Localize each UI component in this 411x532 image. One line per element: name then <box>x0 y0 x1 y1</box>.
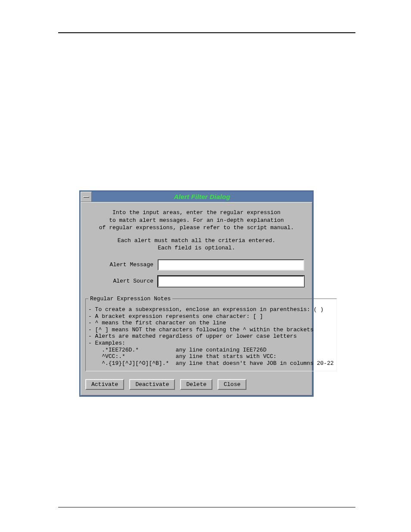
dialog-title: Alert Filter Dialog <box>92 192 312 202</box>
intro-line-2: to match alert messages. For an in-depth… <box>90 217 302 224</box>
button-row: Activate Deactivate Delete Close <box>84 371 308 391</box>
dialog-body: Into the input areas, enter the regular … <box>81 202 312 395</box>
system-menu-icon <box>83 196 89 198</box>
intro-note-2: Each field is optional. <box>90 245 302 252</box>
alert-filter-dialog: Alert Filter Dialog Into the input areas… <box>79 190 314 397</box>
deactivate-button[interactable]: Deactivate <box>129 379 175 390</box>
page-divider-bottom <box>58 507 355 507</box>
activate-button[interactable]: Activate <box>85 379 124 390</box>
page-divider-top <box>58 32 355 33</box>
regex-notes-legend: Regular Expression Notes <box>88 296 172 302</box>
title-bar: Alert Filter Dialog <box>81 192 312 202</box>
regex-notes-group: Regular Expression Notes - To create a s… <box>85 296 337 371</box>
intro-text: Into the input areas, enter the regular … <box>84 207 308 257</box>
intro-line-1: Into the input areas, enter the regular … <box>90 209 302 216</box>
regex-notes-body: - To create a subexpression, enclose an … <box>88 306 334 367</box>
alert-source-label: Alert Source <box>113 278 153 284</box>
intro-note-1: Each alert must match all the criteria e… <box>90 237 302 244</box>
alert-message-label: Alert Message <box>110 261 153 268</box>
alert-source-input[interactable] <box>158 276 304 287</box>
alert-source-row: Alert Source <box>84 273 308 289</box>
alert-message-row: Alert Message <box>84 257 308 273</box>
delete-button[interactable]: Delete <box>180 379 212 390</box>
system-menu-button[interactable] <box>81 192 92 202</box>
intro-line-3: of regular expressions, please refer to … <box>90 224 302 231</box>
alert-message-input[interactable] <box>158 259 304 271</box>
close-button[interactable]: Close <box>218 379 246 390</box>
